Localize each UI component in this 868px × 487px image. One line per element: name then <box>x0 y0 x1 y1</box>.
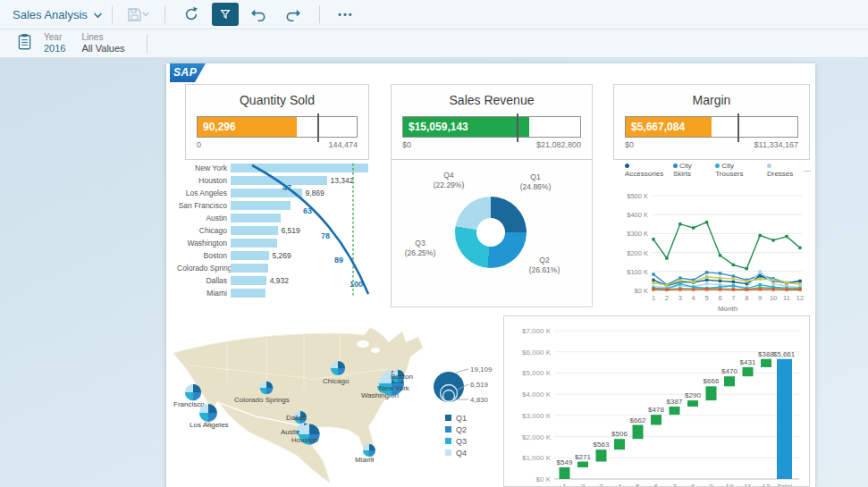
more-options-button[interactable]: ••• <box>333 3 359 26</box>
bullet-chart[interactable]: $5,667,084 <box>625 116 798 138</box>
kpi-panel-revenue[interactable]: Sales Revenue $15,059,143 $0 $21,082,800 <box>391 84 593 160</box>
table-row[interactable]: Dallas4,932 <box>177 274 388 287</box>
waterfall-bar[interactable] <box>596 449 607 461</box>
quantity-bar-chart[interactable]: New YorkHouston13,342Los Angeles9,869San… <box>177 162 388 312</box>
chevron-down-icon[interactable] <box>93 6 103 22</box>
waterfall-bar[interactable] <box>724 376 735 386</box>
quarter-legend[interactable]: Q1Q2Q3Q4 <box>445 412 467 458</box>
map-city-label: Chicago <box>323 377 350 385</box>
legend-item[interactable]: Q1 <box>445 412 467 424</box>
kpi-value: $15,059,143 <box>403 121 468 133</box>
x-tick-label: 5 <box>705 294 709 302</box>
table-row[interactable]: Houston13,342 <box>177 174 388 187</box>
filter-button[interactable] <box>212 3 239 26</box>
waterfall-bar[interactable] <box>670 407 680 415</box>
bar-value-label: $666 <box>704 377 720 385</box>
table-row[interactable]: Los Angeles9,869 <box>177 187 388 199</box>
table-row[interactable]: Miami <box>177 287 388 299</box>
revenue-donut-panel[interactable]: Q1(24.86%) Q2(26.61%) Q3(26.25%) Q4(22.2… <box>391 159 593 307</box>
city-bar[interactable] <box>231 214 281 223</box>
city-bar[interactable] <box>231 226 278 235</box>
filter-lines[interactable]: Lines All Values <box>81 32 124 54</box>
filterbar-divider <box>147 34 147 54</box>
waterfall-bar[interactable] <box>633 425 644 440</box>
quantity-map[interactable]: FranciscoLos AngelesColorado SpringsChic… <box>173 326 499 487</box>
city-label: Chicago <box>177 226 231 235</box>
table-row[interactable]: San Francisco <box>177 199 388 212</box>
kpi-title: Margin <box>614 93 809 107</box>
filter-bar: Year 2016 Lines All Values <box>0 29 868 58</box>
toolbar-divider <box>319 5 320 23</box>
waterfall-bar[interactable] <box>687 400 698 407</box>
x-tick-label: 12 <box>796 294 804 302</box>
city-bar[interactable] <box>231 289 265 298</box>
monthly-line-chart[interactable]: AccessoriesCity SkirtsCity TrousersDress… <box>618 164 811 317</box>
y-tick-label: $0 K <box>635 287 648 295</box>
margin-waterfall-panel[interactable]: $0 K$1,000 K$2,000 K$3,000 K$4,000 K$5,0… <box>503 315 810 487</box>
city-bar[interactable] <box>231 201 291 210</box>
data-point <box>759 278 762 281</box>
table-row[interactable]: Austin <box>177 212 388 224</box>
city-bar[interactable] <box>231 189 302 197</box>
donut-label-q4: Q4(22.29%) <box>424 171 474 191</box>
bullet-chart[interactable]: 90,296 <box>197 116 358 138</box>
refresh-button[interactable] <box>178 3 205 26</box>
waterfall-bar[interactable] <box>706 386 717 400</box>
map-pie-slice[interactable] <box>208 404 217 413</box>
map-pie-slice[interactable] <box>193 392 201 400</box>
line-chart-plot[interactable]: $0 K$100 K$200 K$300 K$400 K$500 K123456… <box>618 176 811 315</box>
save-button[interactable] <box>125 3 152 26</box>
city-bar[interactable] <box>231 264 268 273</box>
bar-value-label: $549 <box>557 458 573 466</box>
line-series[interactable] <box>653 290 800 290</box>
city-bar[interactable] <box>231 251 269 260</box>
city-bar[interactable] <box>231 276 266 285</box>
redo-button[interactable] <box>280 3 307 26</box>
kpi-panel-margin[interactable]: Margin $5,667,084 $0 $11,334,167 <box>613 84 810 160</box>
map-city-label: Los Angeles <box>190 421 229 429</box>
table-row[interactable]: Washington <box>177 237 388 249</box>
story-filter-icon[interactable] <box>18 33 31 54</box>
line-series[interactable] <box>653 223 800 269</box>
map-pie-slice[interactable] <box>185 384 193 392</box>
kpi-panel-quantity[interactable]: Quantity Sold 90,296 0 144,474 <box>185 84 369 160</box>
page-background: SAP Quantity Sold 90,296 0 144,474 Sales… <box>0 58 868 487</box>
data-point <box>771 279 774 281</box>
table-row[interactable]: Boston5,269 <box>177 249 388 262</box>
waterfall-bar[interactable] <box>651 415 662 424</box>
map-pie-slice[interactable] <box>185 392 193 400</box>
bar-value-label: 13,342 <box>331 176 354 185</box>
data-point <box>785 281 788 284</box>
city-bar[interactable] <box>231 176 327 185</box>
waterfall-total-bar[interactable] <box>777 359 792 479</box>
bullet-chart[interactable]: $15,059,143 <box>402 116 581 138</box>
bar-value-label: $271 <box>575 453 591 461</box>
waterfall-bar[interactable] <box>577 462 588 467</box>
table-row[interactable]: New York <box>177 162 388 174</box>
legend-item[interactable]: Q2 <box>445 424 467 435</box>
waterfall-bar[interactable] <box>614 439 625 449</box>
map-city-label: Houston <box>291 436 318 444</box>
legend-item[interactable]: Q4 <box>445 447 467 458</box>
waterfall-bar[interactable] <box>560 467 570 479</box>
table-row[interactable]: Chicago6,519 <box>177 224 388 237</box>
city-label: Houston <box>177 176 231 185</box>
app-title[interactable]: Sales Analysis <box>13 8 88 21</box>
waterfall-bar[interactable] <box>761 359 771 367</box>
x-tick-label: 9 <box>758 294 762 302</box>
filter-year[interactable]: Year 2016 <box>44 32 65 54</box>
waterfall-chart[interactable]: $0 K$1,000 K$2,000 K$3,000 K$4,000 K$5,0… <box>504 316 809 487</box>
map-pie-slice[interactable] <box>369 444 375 450</box>
data-point <box>652 238 654 240</box>
waterfall-bar[interactable] <box>743 367 754 376</box>
legend-item[interactable]: Q3 <box>445 435 467 447</box>
line-chart-legend[interactable]: AccessoriesCity SkirtsCity TrousersDress… <box>618 164 811 176</box>
y-tick-label: $3,000 K <box>522 412 552 420</box>
data-point <box>665 256 668 259</box>
map-city-label: Dallas <box>286 414 306 422</box>
city-bar[interactable] <box>231 239 277 248</box>
city-bar[interactable] <box>231 164 368 172</box>
target-marker <box>317 113 319 142</box>
table-row[interactable]: Colorado Springs <box>177 262 388 274</box>
undo-button[interactable] <box>246 3 273 26</box>
